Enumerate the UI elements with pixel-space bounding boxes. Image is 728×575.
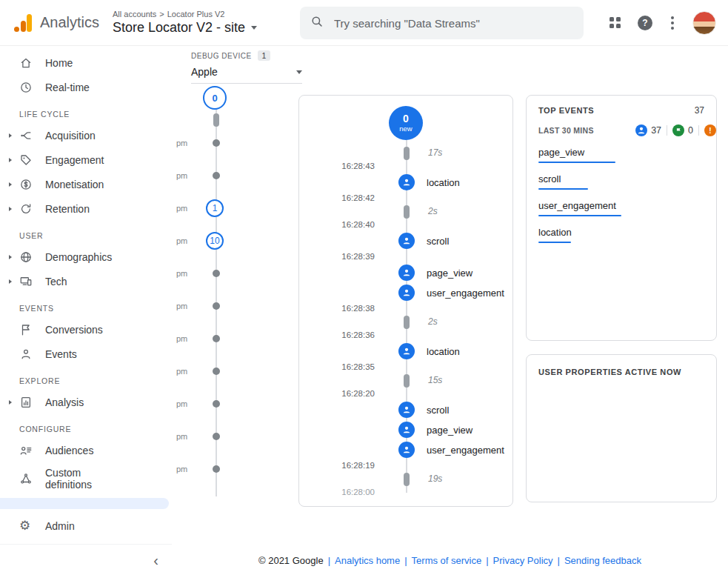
header-actions — [610, 0, 716, 46]
active-users-count-icon — [635, 124, 647, 136]
debug-device-select[interactable]: Apple — [191, 66, 302, 84]
top-event-row[interactable]: user_engagement — [538, 200, 704, 216]
sidebar-item-audiences[interactable]: Audiences — [0, 438, 172, 462]
timestamp-label: 16:28:20 — [299, 389, 375, 398]
sidebar-item-conversions[interactable]: Conversions — [0, 317, 172, 342]
chevron-down-icon — [251, 26, 257, 30]
sidebar-item-acquisition[interactable]: Acquisition — [0, 123, 172, 147]
sidebar-item-demographics[interactable]: Demographics — [0, 245, 172, 269]
analytics-logo[interactable]: Analytics — [13, 13, 104, 33]
gap-capsule — [404, 316, 410, 329]
debug-device-label: DEBUG DEVICE — [191, 52, 252, 60]
sidebar-item-label: Conversions — [45, 324, 103, 336]
sidebar-item-retention[interactable]: Retention — [0, 196, 172, 221]
sidebar-item-events[interactable]: Events — [0, 342, 172, 366]
timestamp-label: 16:28:19 — [299, 461, 375, 470]
stream-event-row[interactable]: location — [299, 173, 512, 193]
event-person-icon — [398, 233, 415, 249]
property-block: All accounts > Locator Plus V2 Store Loc… — [113, 10, 257, 36]
stream-event-row[interactable]: location — [299, 342, 512, 362]
page-title: Store Locator V2 - site — [113, 20, 245, 36]
sidebar-footer — [0, 544, 172, 575]
sidebar-item-real-time[interactable]: Real-time — [0, 75, 172, 99]
expand-arrow-icon — [7, 255, 19, 259]
minute-dot-marker — [213, 465, 220, 473]
minute-timeline-row: pm — [176, 159, 244, 192]
stream-timestamp-row: 16:28:20 — [299, 388, 512, 400]
chevron-down-icon — [296, 70, 302, 74]
top-event-row[interactable]: scroll — [538, 173, 704, 190]
stream-event-row[interactable]: page_view — [299, 263, 512, 283]
sidebar-item-analysis[interactable]: Analysis — [0, 390, 172, 414]
sidebar-active-item-highlight[interactable] — [0, 498, 169, 509]
timestamp-label: 16:28:43 — [299, 162, 375, 170]
gap-duration-label: 19s — [428, 473, 442, 484]
minute-count-marker[interactable]: 10 — [206, 232, 224, 250]
minute-dot-marker — [213, 302, 220, 310]
user-avatar[interactable] — [692, 11, 716, 35]
event-person-icon — [398, 402, 415, 418]
minute-timeline-row: pm — [176, 355, 244, 388]
breadcrumb-root[interactable]: All accounts — [113, 10, 156, 19]
property-selector[interactable]: Store Locator V2 - site — [113, 20, 257, 36]
breadcrumb-current: Locator Plus V2 — [167, 10, 225, 19]
help-icon[interactable] — [638, 16, 652, 30]
minute-period-label: pm — [176, 302, 187, 310]
stream-start-marker[interactable]: 0 new — [389, 106, 423, 140]
footer-link-privacy-policy[interactable]: Privacy Policy — [493, 555, 553, 566]
minute-timeline-row: pm10 — [176, 225, 244, 257]
stream-event-row[interactable]: scroll — [299, 400, 512, 420]
timestamp-label: 16:28:40 — [299, 220, 375, 229]
sidebar-item-custom-definitions[interactable]: Custom definitions — [0, 462, 172, 495]
stream-timestamp-row: 16:28:43 — [299, 161, 512, 173]
stream-event-row[interactable]: user_engagement — [299, 283, 512, 303]
sidebar-item-admin[interactable]: ⚙Admin — [0, 513, 172, 538]
audiences-icon — [19, 444, 36, 457]
sidebar-item-tech[interactable]: Tech — [0, 269, 172, 293]
gap-capsule — [404, 147, 410, 160]
timeline-gap-capsule — [213, 113, 219, 127]
event-person-icon — [398, 174, 415, 190]
flag-icon — [19, 323, 36, 336]
sidebar-section-events: EVENTS — [0, 293, 172, 317]
stream-event-row[interactable]: scroll — [299, 231, 512, 251]
minute-dot-marker — [213, 270, 220, 277]
apps-grid-icon[interactable] — [610, 17, 621, 29]
breadcrumb-separator: > — [159, 10, 164, 19]
sidebar: HomeReal-timeLIFE CYCLEAcquisitionEngage… — [0, 46, 172, 575]
stream-timestamp-row: 16:28:40 — [299, 219, 512, 231]
minute-count-marker[interactable]: 1 — [206, 199, 224, 217]
gap-duration-label: 17s — [428, 147, 442, 158]
counter-active-users-count-icon: 37 — [635, 124, 661, 136]
sidebar-item-monetisation[interactable]: Monetisation — [0, 172, 172, 196]
collapse-sidebar-button[interactable] — [153, 553, 158, 568]
stream-timestamp-row: 16:28:42 — [299, 193, 512, 205]
search-bar[interactable] — [300, 7, 584, 39]
event-name: location — [427, 346, 460, 357]
kebab-menu-icon[interactable] — [669, 14, 676, 32]
footer-link-sending-feedback[interactable]: Sending feedback — [564, 555, 641, 566]
footer-link-analytics-home[interactable]: Analytics home — [335, 555, 400, 566]
sidebar-item-home[interactable]: Home — [0, 50, 172, 75]
minute-dot-marker — [213, 139, 220, 147]
stream-event-row[interactable]: page_view — [299, 420, 512, 440]
breadcrumb[interactable]: All accounts > Locator Plus V2 — [113, 10, 257, 19]
copyright-text: © 2021 Google — [258, 555, 324, 566]
user-properties-card: USER PROPERTIES ACTIVE NOW — [526, 354, 717, 502]
search-input[interactable] — [333, 16, 573, 30]
stream-event-row[interactable]: user_engagement — [299, 440, 512, 460]
google-analytics-logo-icon — [13, 13, 33, 33]
minute-period-label: pm — [176, 236, 187, 245]
home-icon — [19, 56, 36, 70]
custom-definitions-icon — [19, 472, 36, 485]
minute-period-label: pm — [176, 334, 187, 343]
sidebar-item-engagement[interactable]: Engagement — [0, 147, 172, 172]
footer-link-terms-of-service[interactable]: Terms of service — [412, 555, 482, 566]
top-event-bar — [538, 215, 621, 216]
sidebar-item-label: Home — [45, 57, 73, 69]
top-event-row[interactable]: location — [538, 227, 704, 243]
minute-start-marker[interactable]: 0 — [203, 86, 227, 110]
top-event-row[interactable]: page_view — [538, 147, 704, 163]
minute-timeline-row: pm — [176, 322, 244, 355]
expand-arrow-icon — [7, 279, 19, 284]
